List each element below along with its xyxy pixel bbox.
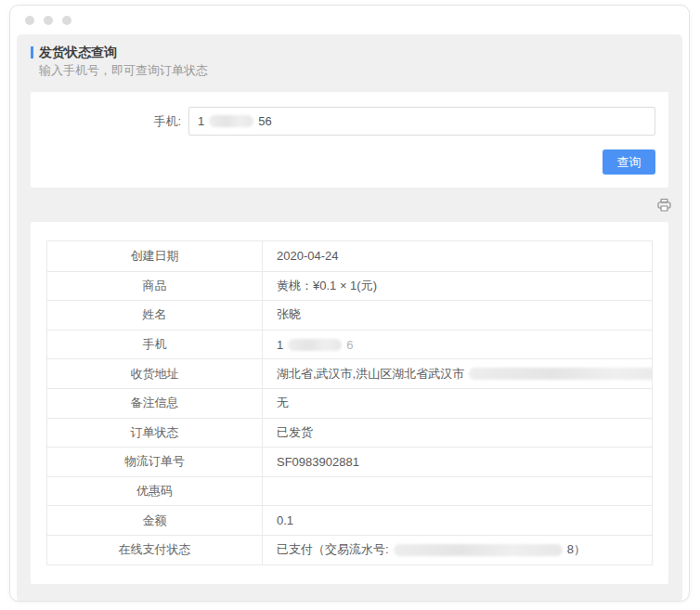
redacted-blur [288, 339, 342, 351]
table-row: 创建日期 2020-04-24 [47, 241, 652, 271]
table-row: 收货地址 湖北省,武汉市,洪山区湖北省武汉市 [47, 358, 652, 388]
table-row: 金额 0.1 [47, 505, 652, 535]
page-subtitle: 输入手机号，即可查询订单状态 [39, 63, 668, 78]
table-row: 在线支付状态 已支付（交易流水号: 8） [47, 535, 652, 565]
printer-icon[interactable] [656, 198, 672, 213]
phone-value-prefix: 1 [198, 114, 204, 128]
table-row: 物流订单号 SF0983902881 [47, 447, 652, 476]
row-label: 优惠码 [47, 477, 263, 506]
table-row: 备注信息 无 [47, 388, 652, 418]
row-label: 订单状态 [47, 419, 263, 448]
row-label: 备注信息 [47, 389, 263, 418]
row-label: 在线支付状态 [47, 536, 263, 565]
table-row: 姓名 张晓 [47, 300, 652, 330]
row-label: 收货地址 [47, 359, 263, 388]
row-value: 张晓 [263, 301, 652, 330]
table-row: 手机 1 6 [47, 330, 652, 359]
browser-window: 发货状态查询 输入手机号，即可查询订单状态 手机: 1 56 查询 [9, 5, 690, 602]
row-value: 湖北省,武汉市,洪山区湖北省武汉市 [263, 359, 652, 388]
row-label: 手机 [47, 331, 263, 359]
row-value: 2020-04-24 [263, 241, 652, 271]
table-row: 订单状态 已发货 [47, 418, 652, 448]
accent-bar [31, 46, 33, 58]
row-value: 已发货 [263, 419, 652, 448]
page-title: 发货状态查询 [39, 45, 117, 60]
row-label: 物流订单号 [47, 448, 263, 476]
row-value: 已支付（交易流水号: 8） [263, 536, 652, 565]
row-label: 创建日期 [47, 241, 263, 271]
query-button[interactable]: 查询 [603, 149, 655, 175]
row-value: 1 6 [263, 331, 652, 359]
table-row: 商品 黄桃：¥0.1 × 1(元) [47, 271, 652, 301]
result-section: 创建日期 2020-04-24 商品 黄桃：¥0.1 × 1(元) 姓名 张晓 … [31, 222, 668, 584]
redacted-blur [394, 544, 563, 556]
window-dot-icon [25, 16, 34, 25]
page-header: 发货状态查询 输入手机号，即可查询订单状态 [31, 45, 668, 78]
row-value: 无 [263, 389, 652, 418]
row-value: 0.1 [263, 506, 652, 535]
row-value: 黄桃：¥0.1 × 1(元) [263, 272, 652, 301]
table-row: 优惠码 [47, 476, 652, 506]
row-label: 姓名 [47, 301, 263, 330]
row-value [263, 477, 652, 506]
row-label: 商品 [47, 272, 263, 301]
row-value: SF0983902881 [263, 448, 652, 476]
content-panel: 发货状态查询 输入手机号，即可查询订单状态 手机: 1 56 查询 [17, 34, 682, 602]
phone-field-label: 手机: [44, 113, 181, 130]
row-label: 金额 [47, 506, 263, 535]
window-dot-icon [44, 16, 53, 25]
phone-input[interactable]: 1 56 [188, 107, 655, 136]
query-form: 手机: 1 56 查询 [31, 92, 668, 188]
toolbar-band [31, 188, 672, 222]
redacted-blur [209, 115, 253, 127]
order-detail-table: 创建日期 2020-04-24 商品 黄桃：¥0.1 × 1(元) 姓名 张晓 … [46, 240, 653, 565]
window-dot-icon [62, 16, 71, 25]
redacted-blur [469, 368, 652, 380]
window-titlebar [10, 6, 689, 34]
phone-value-suffix: 56 [258, 114, 271, 128]
